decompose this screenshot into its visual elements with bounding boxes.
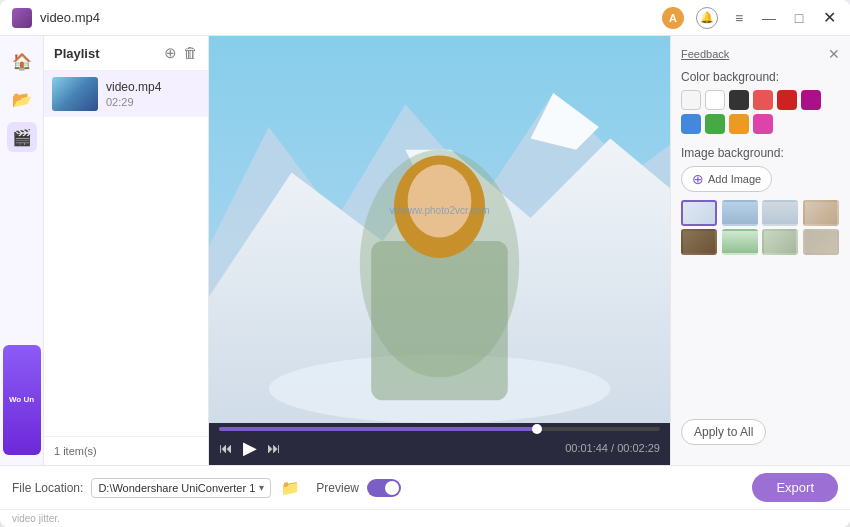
playlist-item-name: video.mp4: [106, 80, 161, 94]
color-swatch-1[interactable]: [705, 90, 725, 110]
left-sidebar: 🏠 📂 🎬 Wo Un: [0, 36, 44, 465]
title-bar: video.mp4 A 🔔 ≡ — □ ✕: [0, 0, 850, 36]
playlist-title: Playlist: [54, 46, 100, 61]
playlist-panel: Playlist ⊕ 🗑 video.mp4 02:29 1 item(s): [44, 36, 209, 465]
bg-thumb-3[interactable]: [762, 200, 798, 226]
video-area: vr/www.photo2vcr.com ⏮ ▶ ⏭ 00:01:4: [209, 36, 670, 465]
menu-icon[interactable]: ≡: [730, 9, 748, 27]
progress-thumb: [532, 424, 542, 434]
playlist-count: 1 item(s): [54, 445, 97, 457]
playlist-item-info: video.mp4 02:29: [106, 80, 161, 108]
svg-point-9: [408, 165, 472, 238]
sidebar-banner: Wo Un: [3, 345, 41, 455]
bg-thumb-7[interactable]: [762, 229, 798, 255]
video-controls: ⏮ ▶ ⏭ 00:01:44 / 00:02:29: [209, 423, 670, 465]
video-progress-bar[interactable]: [219, 427, 660, 431]
tip-text: video jitter.: [12, 513, 60, 524]
window-title: video.mp4: [40, 10, 662, 25]
color-swatches: [681, 90, 840, 134]
user-avatar: A: [662, 7, 684, 29]
playlist-item-duration: 02:29: [106, 96, 161, 108]
tip-bar: video jitter.: [0, 509, 850, 527]
previous-button[interactable]: ⏮: [219, 440, 233, 456]
preview-label: Preview: [316, 481, 359, 495]
bg-thumb-8[interactable]: [803, 229, 839, 255]
image-bg-section: Image background: ⊕ Add Image: [681, 146, 840, 261]
video-time: 00:01:44 / 00:02:29: [565, 442, 660, 454]
color-swatch-0[interactable]: [681, 90, 701, 110]
image-bg-label: Image background:: [681, 146, 840, 160]
playlist-item[interactable]: video.mp4 02:29: [44, 71, 208, 117]
app-icon: [12, 8, 32, 28]
bg-thumb-6[interactable]: [722, 229, 758, 255]
export-button[interactable]: Export: [752, 473, 838, 502]
window-controls: A 🔔 ≡ — □ ✕: [662, 7, 838, 29]
video-background: vr/www.photo2vcr.com: [209, 36, 670, 423]
notifications-icon[interactable]: 🔔: [696, 7, 718, 29]
video-container[interactable]: vr/www.photo2vcr.com: [209, 36, 670, 423]
sidebar-banner-text: Wo Un: [9, 395, 34, 405]
color-swatch-6[interactable]: [681, 114, 701, 134]
mountain-svg: [209, 36, 670, 423]
apply-to-all-button[interactable]: Apply to All: [681, 419, 766, 445]
video-buttons: ⏮ ▶ ⏭: [219, 437, 281, 459]
playlist-thumbnail: [52, 77, 98, 111]
current-time: 00:01:44: [565, 442, 608, 454]
playlist-header-icons: ⊕ 🗑: [164, 44, 198, 62]
bg-thumbnails: [681, 200, 840, 255]
add-image-label: Add Image: [708, 173, 761, 185]
color-swatch-4[interactable]: [777, 90, 797, 110]
play-button[interactable]: ▶: [243, 437, 257, 459]
add-to-playlist-icon[interactable]: ⊕: [164, 44, 177, 62]
right-panel: Feedback ✕ Color background: Image backg…: [670, 36, 850, 465]
close-button[interactable]: ✕: [820, 9, 838, 27]
bg-thumb-1[interactable]: [681, 200, 717, 226]
main-layout: 🏠 📂 🎬 Wo Un Playlist ⊕ 🗑 video.: [0, 36, 850, 465]
total-time: 00:02:29: [617, 442, 660, 454]
file-location-label: File Location:: [12, 481, 83, 495]
color-swatch-5[interactable]: [801, 90, 821, 110]
svg-rect-7: [371, 241, 508, 400]
minimize-button[interactable]: —: [760, 9, 778, 27]
bg-thumb-2[interactable]: [722, 200, 758, 226]
color-bg-label: Color background:: [681, 70, 840, 84]
bg-thumb-5[interactable]: [681, 229, 717, 255]
sidebar-item-files[interactable]: 📂: [7, 84, 37, 114]
next-button[interactable]: ⏭: [267, 440, 281, 456]
app-window: video.mp4 A 🔔 ≡ — □ ✕ 🏠 📂 🎬 Wo Un Playli…: [0, 0, 850, 527]
maximize-button[interactable]: □: [790, 9, 808, 27]
add-image-button[interactable]: ⊕ Add Image: [681, 166, 772, 192]
dropdown-arrow-icon: ▾: [259, 482, 264, 493]
browse-folder-button[interactable]: 📁: [281, 479, 300, 497]
toggle-knob: [385, 481, 399, 495]
preview-toggle[interactable]: [367, 479, 401, 497]
bg-thumb-4[interactable]: [803, 200, 839, 226]
color-swatch-2[interactable]: [729, 90, 749, 110]
video-controls-row: ⏮ ▶ ⏭ 00:01:44 / 00:02:29: [219, 437, 660, 459]
feedback-link[interactable]: Feedback: [681, 48, 729, 60]
playlist-footer: 1 item(s): [44, 436, 208, 465]
color-swatch-9[interactable]: [753, 114, 773, 134]
sidebar-item-home[interactable]: 🏠: [7, 46, 37, 76]
color-swatch-3[interactable]: [753, 90, 773, 110]
color-swatch-7[interactable]: [705, 114, 725, 134]
delete-playlist-icon[interactable]: 🗑: [183, 44, 198, 62]
video-progress-fill: [219, 427, 537, 431]
add-icon: ⊕: [692, 171, 704, 187]
panel-header: Feedback ✕: [681, 46, 840, 62]
thumbnail-image: [52, 77, 98, 111]
playlist-header: Playlist ⊕ 🗑: [44, 36, 208, 71]
color-swatch-8[interactable]: [729, 114, 749, 134]
bottom-bar: File Location: D:\Wondershare UniConvert…: [0, 465, 850, 509]
file-location-value: D:\Wondershare UniConverter 1: [98, 482, 255, 494]
panel-close-button[interactable]: ✕: [828, 46, 840, 62]
file-location-input[interactable]: D:\Wondershare UniConverter 1 ▾: [91, 478, 271, 498]
sidebar-item-video[interactable]: 🎬: [7, 122, 37, 152]
